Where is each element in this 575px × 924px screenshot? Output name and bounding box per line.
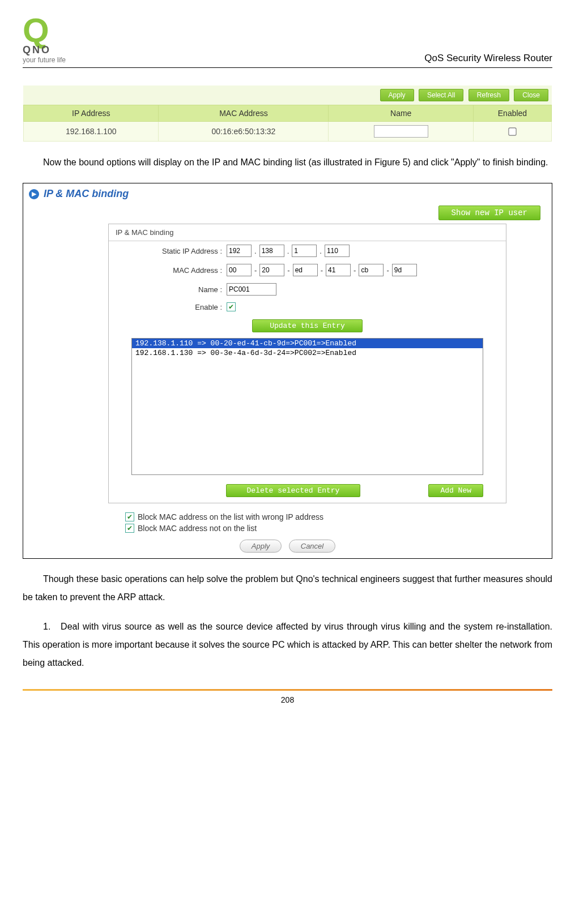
ip-mac-binding-figure: ▶ IP & MAC binding Show new IP user IP &… (23, 183, 552, 559)
ip-oct-1[interactable] (227, 245, 252, 257)
paragraph-3: 1. Deal with virus source as well as the… (23, 618, 552, 672)
list-item[interactable]: 192.138.1.110 => 00-20-ed-41-cb-9d=>PC00… (132, 339, 483, 348)
panel-title: IP & MAC binding (109, 224, 506, 241)
list-item[interactable]: 192.168.1.130 => 00-3e-4a-6d-3d-24=>PC00… (132, 348, 483, 358)
table-row: 192.168.1.100 00:16:e6:50:13:32 (24, 122, 552, 142)
section-title: IP & MAC binding (44, 188, 129, 200)
cell-mac: 00:16:e6:50:13:32 (159, 122, 329, 142)
list-actions: Delete selected Entry Add New (109, 481, 506, 503)
doc-title: QoS Security Wireless Router (424, 53, 552, 64)
name-row: Name : (109, 280, 506, 299)
ip-oct-3[interactable] (292, 245, 317, 257)
block-not-on-list-label: Block MAC address not on the list (138, 524, 257, 533)
mac-row: MAC Address : - - - - - (109, 260, 506, 280)
delete-entry-button[interactable]: Delete selected Entry (226, 484, 361, 497)
block-wrong-ip-label: Block MAC address on the list with wrong… (138, 512, 323, 521)
table-button-bar: Apply Select All Refresh Close (23, 85, 552, 105)
enabled-checkbox[interactable] (509, 127, 517, 135)
ip-oct-4[interactable] (325, 245, 350, 257)
static-ip-row: Static IP Address : . . . (109, 241, 506, 260)
enable-row: Enable : ✔ (109, 299, 506, 315)
binding-panel: IP & MAC binding Static IP Address : . .… (108, 224, 506, 503)
refresh-button[interactable]: Refresh (468, 89, 509, 101)
list-number: 1. (43, 622, 50, 631)
logo-letter: Q (23, 17, 85, 44)
block-not-on-list-checkbox[interactable]: ✔ (125, 524, 134, 533)
section-header: ▶ IP & MAC binding (23, 183, 552, 202)
add-new-button[interactable]: Add New (428, 484, 483, 497)
col-enabled: Enabled (473, 105, 551, 122)
select-all-button[interactable]: Select All (419, 89, 463, 101)
mac-5[interactable] (359, 264, 384, 276)
page-number: 208 (23, 695, 552, 704)
mac-6[interactable] (392, 264, 417, 276)
mac-label: MAC Address : (109, 266, 227, 275)
logo: Q QNO your future life (23, 17, 85, 64)
cell-ip: 192.168.1.100 (24, 122, 159, 142)
col-name: Name (329, 105, 474, 122)
cell-enabled (473, 122, 551, 142)
apply-button[interactable]: Apply (240, 540, 282, 553)
name-input[interactable] (374, 125, 428, 138)
cancel-button[interactable]: Cancel (289, 540, 335, 553)
col-mac: MAC Address (159, 105, 329, 122)
show-new-ip-button[interactable]: Show new IP user (438, 206, 540, 220)
arp-table-figure: Apply Select All Refresh Close IP Addres… (23, 85, 552, 142)
mac-3[interactable] (293, 264, 318, 276)
cell-name (329, 122, 474, 142)
name-field[interactable] (227, 283, 276, 296)
paragraph-2: Though these basic operations can help s… (23, 570, 552, 606)
mac-2[interactable] (259, 264, 284, 276)
col-ip: IP Address (24, 105, 159, 122)
update-entry-button[interactable]: Update this Entry (252, 319, 363, 332)
enable-checkbox[interactable]: ✔ (227, 302, 236, 311)
close-button[interactable]: Close (514, 89, 548, 101)
footer-divider (23, 689, 552, 691)
enable-label: Enable : (109, 303, 227, 311)
binding-listbox[interactable]: 192.138.1.110 => 00-20-ed-41-cb-9d=>PC00… (131, 338, 483, 475)
mac-1[interactable] (227, 264, 252, 276)
list-text: Deal with virus source as well as the so… (23, 622, 552, 668)
name-label: Name : (109, 285, 227, 294)
mac-4[interactable] (326, 264, 351, 276)
arp-table: IP Address MAC Address Name Enabled 192.… (23, 105, 552, 142)
page-header: Q QNO your future life QoS Security Wire… (23, 17, 552, 68)
ip-oct-2[interactable] (259, 245, 284, 257)
logo-brand: QNO (23, 44, 85, 56)
block-options: ✔ Block MAC address on the list with wro… (125, 511, 552, 534)
form-actions: Apply Cancel (23, 540, 552, 553)
block-wrong-ip-checkbox[interactable]: ✔ (125, 512, 134, 521)
arrow-icon: ▶ (29, 189, 39, 199)
logo-tagline: your future life (23, 56, 85, 64)
static-ip-label: Static IP Address : (109, 247, 227, 255)
paragraph-1: Now the bound options will display on th… (23, 153, 552, 172)
apply-button[interactable]: Apply (380, 89, 414, 101)
